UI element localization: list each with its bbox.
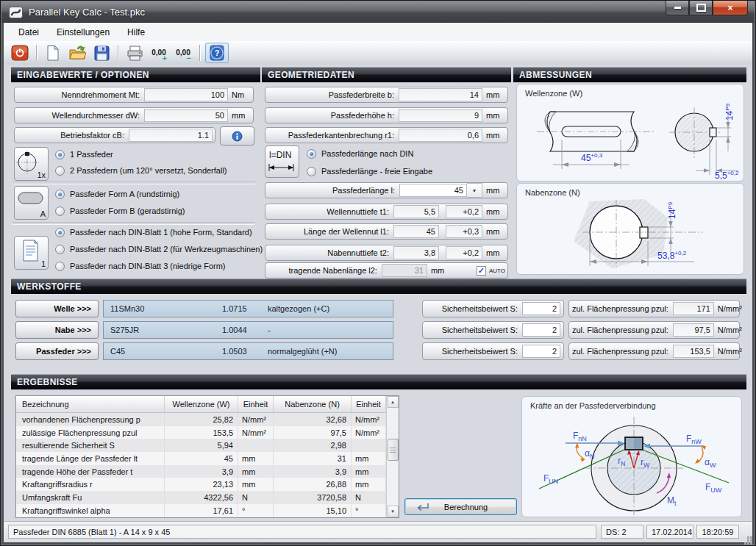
title-bar[interactable]: Parallel Key Calc - Test.pkc xyxy=(1,1,755,23)
radio-icon xyxy=(307,167,316,176)
result-name: vorhandenen Flächenpressung p xyxy=(16,413,165,426)
result-name: Umfangskraft Fu xyxy=(16,491,165,504)
option-din-blatt-2[interactable]: Passfeder nach DIN-Blatt 2 (für Werkzeug… xyxy=(55,243,263,255)
maximize-button[interactable] xyxy=(689,1,713,15)
decimal-decrease-button[interactable]: 0,00 − xyxy=(172,43,194,62)
field-label: Betriebsfaktor cB: xyxy=(17,131,129,140)
col-header-bezeichnung[interactable]: Bezeichnung xyxy=(16,396,165,413)
passfeder-pressure-value: 153,5 xyxy=(673,345,714,358)
resize-grip[interactable] xyxy=(747,536,749,539)
print-button[interactable] xyxy=(124,43,146,62)
dim-key-fit: P9 xyxy=(724,103,731,110)
safety-label: Sicherheitsbeiwert S: xyxy=(426,347,522,356)
option-length-din[interactable]: Passfederlänge nach DIN xyxy=(307,148,413,159)
new-document-icon xyxy=(46,45,60,61)
force-diagram-panel: Kräfte an der Passfederverbindung xyxy=(521,396,742,517)
nenndrehmoment-input[interactable]: 100 xyxy=(144,88,228,101)
arrow-up-icon: ▲ xyxy=(391,400,395,404)
nabenlaenge-value: 31 xyxy=(382,264,427,277)
col-header-einheit-1[interactable]: Einheit xyxy=(238,396,274,413)
force-label-fuw: F xyxy=(705,482,710,492)
nabe-safety-input[interactable]: 2 xyxy=(522,323,560,337)
col-header-wellenzone[interactable]: Wellenzone (W) xyxy=(165,396,238,413)
option-din-blatt-1[interactable]: Passfeder nach DIN-Blatt 1 (hohe Form, S… xyxy=(55,226,252,238)
field-wellennuttiefe: Wellennuttiefe t1: 5,5 +0,2 mm xyxy=(265,204,508,220)
berechnung-button[interactable]: Berechnung xyxy=(404,498,517,515)
new-file-button[interactable] xyxy=(42,43,64,62)
result-unit: N/mm² xyxy=(352,413,386,426)
menu-hilfe[interactable]: Hilfe xyxy=(118,24,154,40)
material-treatment: kaltgezogen (+C) xyxy=(261,304,393,313)
option-one-key[interactable]: 1 Passfeder xyxy=(55,148,113,160)
field-label: Wellennuttiefe t1: xyxy=(268,207,393,216)
betriebsfaktor-input[interactable]: 1.1 xyxy=(129,129,213,142)
force-diagram: FnN FnW FUN FUW αN αW rN rW Mt xyxy=(523,414,741,517)
pressure-label: zul. Flächenpressung pzul: xyxy=(572,326,673,334)
toolbar-separator xyxy=(36,45,37,61)
field-nabennuttiefe: Nabennuttiefe t2: 3,8 +0,2 mm xyxy=(265,245,508,261)
wellenzone-drawing-panel: Wellenzone (W) 45+0,3 xyxy=(516,84,744,182)
decimal-increase-button[interactable]: 0,00 + xyxy=(148,43,170,62)
field-unit: mm xyxy=(482,186,505,195)
result-nabenzone-value: 32,68 xyxy=(274,413,352,426)
menu-datei[interactable]: Datei xyxy=(10,24,48,40)
option-din-blatt-3[interactable]: Passfeder nach DIN-Blatt 3 (niedrige For… xyxy=(55,260,226,272)
wellendurchmesser-input[interactable]: 50 xyxy=(144,109,228,122)
field-unit: mm xyxy=(482,90,505,99)
open-file-button[interactable] xyxy=(66,43,88,62)
auto-checkbox[interactable]: ✓ xyxy=(477,266,486,276)
option-label: Passfeder nach DIN-Blatt 1 (hohe Form, S… xyxy=(70,228,252,237)
field-unit: mm xyxy=(482,111,505,120)
iconbox-label: A xyxy=(40,209,46,218)
material-number: 1.0044 xyxy=(215,326,261,334)
table-scrollbar[interactable]: ▲ ▼ xyxy=(386,396,399,517)
option-form-a[interactable]: Passfeder Form A (rundstirnig) xyxy=(55,188,179,200)
option-two-keys[interactable]: 2 Passfedern (um 120° versetzt, Sonderfa… xyxy=(55,165,227,176)
minimize-button[interactable] xyxy=(666,1,689,15)
result-nabenzone-value: 3,9 xyxy=(274,465,352,478)
welle-safety-input[interactable]: 2 xyxy=(522,302,560,315)
option-label: Passfeder Form A (rundstirnig) xyxy=(70,190,179,198)
info-icon xyxy=(232,131,243,142)
betriebsfaktor-info-button[interactable] xyxy=(220,126,254,146)
nabenzone-drawing-panel: Nabenzone (N) 14P9 53,8+0,2 xyxy=(516,183,744,275)
nabenzone-label: Nabenzone (N) xyxy=(525,188,580,197)
menu-einstellungen[interactable]: Einstellungen xyxy=(48,24,118,40)
result-wellenzone-value: 5,94 xyxy=(165,439,238,452)
printer-icon xyxy=(126,46,143,61)
help-button[interactable]: ? xyxy=(205,43,229,63)
passfeder-material-button[interactable]: Passfeder >>> xyxy=(15,342,99,360)
col-header-einheit-2[interactable]: Einheit xyxy=(352,396,386,413)
force-label-fnw: F xyxy=(686,434,691,444)
passfederlaenge-input[interactable]: 45 xyxy=(399,184,467,197)
field-nabenlaenge: tragende Nabenlänge l2: 31 mm ✓ AUTO xyxy=(265,262,508,279)
field-label: Passfederkantenbrechung r1: xyxy=(268,131,399,140)
svg-text:αN: αN xyxy=(585,448,594,460)
field-betriebsfaktor: Betriebsfaktor cB: 1.1 xyxy=(14,127,215,143)
section-header-eingabewerte: EINGABEWERTE / OPTIONEN xyxy=(11,67,260,82)
length-din-iconbox: l=DIN xyxy=(265,146,299,178)
option-label: Passfeder nach DIN-Blatt 3 (niedrige For… xyxy=(70,262,226,270)
close-button[interactable]: × xyxy=(713,1,748,15)
toolbar: 0,00 + 0,00 − ? xyxy=(4,41,752,65)
col-header-nabenzone[interactable]: Nabenzone (N) xyxy=(274,396,352,413)
scroll-down-button[interactable]: ▼ xyxy=(388,506,399,517)
result-name: tragende Höhe der Passfeder t xyxy=(16,465,165,478)
svg-text:5,5+0,2: 5,5+0,2 xyxy=(715,170,739,181)
save-button[interactable] xyxy=(90,43,113,62)
welle-material-button[interactable]: Welle >>> xyxy=(15,300,99,317)
dim-key-fit: P9 xyxy=(667,201,674,209)
section-header-werkstoffe: WERKSTOFFE xyxy=(11,279,746,294)
option-form-b[interactable]: Passfeder Form B (geradstirnig) xyxy=(55,205,185,217)
scrollbar-thumb[interactable] xyxy=(388,439,399,461)
svg-text:14P9: 14P9 xyxy=(667,201,677,219)
scroll-up-button[interactable]: ▲ xyxy=(388,396,399,408)
passfeder-safety-input[interactable]: 2 xyxy=(522,345,560,358)
passfederlaenge-dropdown[interactable]: ▼ xyxy=(467,183,482,198)
field-label: Passfederlänge l: xyxy=(268,186,399,195)
nabe-material-button[interactable]: Nabe >>> xyxy=(15,321,99,339)
exit-button[interactable] xyxy=(9,43,31,62)
option-length-free[interactable]: Passfederlänge - freie Eingabe xyxy=(307,165,432,177)
field-kantenbrechung: Passfederkantenbrechung r1: 0,6 mm xyxy=(265,127,508,143)
result-name: resultierende Sicherheit S xyxy=(16,439,165,452)
